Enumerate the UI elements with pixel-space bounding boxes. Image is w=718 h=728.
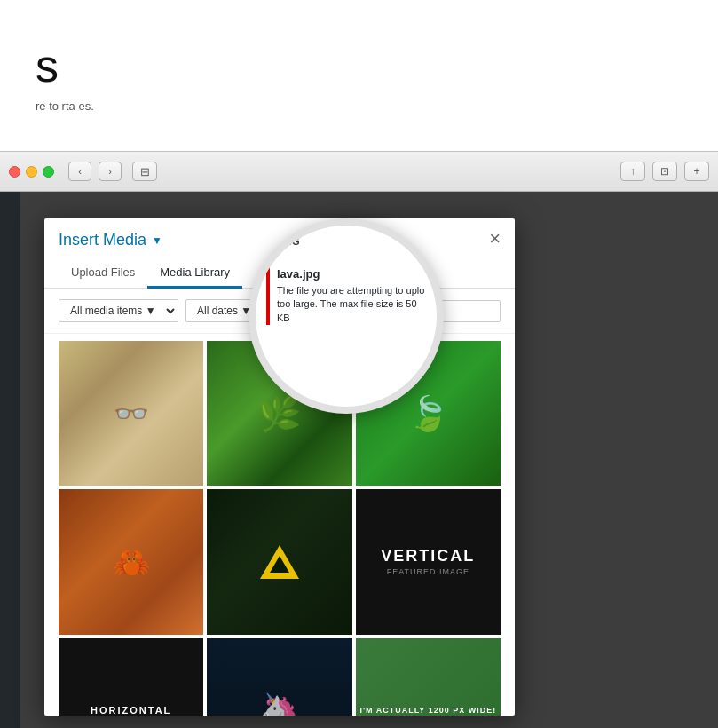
list-item[interactable]: I'M ACTUALLY 1200 PX WIDE! bbox=[356, 638, 501, 716]
browser-forward-button[interactable]: › bbox=[99, 162, 122, 181]
sidebar-icon: ⊟ bbox=[140, 165, 150, 178]
tab-media-library[interactable]: Media Library bbox=[147, 258, 242, 289]
top-section: s re to rta es. bbox=[0, 0, 718, 151]
list-item[interactable] bbox=[207, 489, 351, 634]
traffic-lights bbox=[9, 166, 54, 178]
browser-fullscreen-button[interactable]: ⊡ bbox=[652, 162, 677, 181]
wide-label: I'M ACTUALLY 1200 PX WIDE! bbox=[359, 706, 496, 715]
browser-share-button[interactable]: ↑ bbox=[620, 162, 645, 181]
horizontal-label: HORIZONTAL bbox=[91, 705, 171, 716]
media-thumbnail-glasses bbox=[59, 341, 203, 486]
filter-media-select[interactable]: All media items ▼ bbox=[59, 299, 178, 322]
close-window-button[interactable] bbox=[9, 166, 20, 178]
zoom-magnifier: ADING UP lava.jpg The file you are attem… bbox=[249, 218, 444, 414]
modal-title-text: Insert Media bbox=[59, 231, 146, 249]
modal-title: Insert Media ▼ bbox=[59, 231, 162, 249]
modal-title-arrow-icon[interactable]: ▼ bbox=[152, 234, 162, 247]
page-subtext: re to rta es. bbox=[36, 99, 682, 113]
zoom-upload-label: UP bbox=[266, 252, 426, 262]
maximize-window-button[interactable] bbox=[43, 166, 54, 178]
newtab-icon: + bbox=[693, 165, 699, 178]
tab-upload-files[interactable]: Upload Files bbox=[59, 258, 147, 289]
list-item[interactable]: HORIZONTAL bbox=[59, 638, 203, 716]
vertical-sublabel: FEATURED IMAGE bbox=[387, 567, 469, 576]
browser-newtab-button[interactable]: + bbox=[684, 162, 709, 181]
browser-chrome: ‹ › ⊟ ↑ ⊡ + bbox=[0, 151, 718, 192]
minimize-window-button[interactable] bbox=[26, 166, 37, 178]
media-thumbnail-unicorn bbox=[207, 638, 351, 716]
page-heading: s bbox=[36, 39, 682, 92]
modal-close-button[interactable]: × bbox=[489, 229, 501, 249]
zoom-file-name: lava.jpg bbox=[277, 267, 426, 281]
media-thumbnail-horizontal: HORIZONTAL bbox=[59, 638, 203, 716]
content-area: Insert Media ▼ × Upload Files Media Libr… bbox=[0, 192, 718, 728]
media-thumbnail-wide: I'M ACTUALLY 1200 PX WIDE! bbox=[356, 638, 501, 716]
list-item[interactable] bbox=[59, 341, 203, 486]
list-item[interactable] bbox=[207, 638, 351, 716]
list-item[interactable]: VERTICAL FEATURED IMAGE bbox=[356, 489, 501, 634]
zoom-content: ADING UP lava.jpg The file you are attem… bbox=[256, 226, 437, 407]
zoom-error-text-line2: too large. The max file size is 50 KB bbox=[277, 297, 426, 325]
wp-admin-sidebar bbox=[0, 192, 20, 728]
media-thumbnail-vertical: VERTICAL FEATURED IMAGE bbox=[356, 489, 501, 634]
zoom-upload-item: lava.jpg The file you are attempting to … bbox=[266, 267, 426, 325]
browser-sidebar-button[interactable]: ⊟ bbox=[132, 162, 157, 181]
zoom-error-text: The file you are attempting to uplo bbox=[277, 284, 426, 297]
zoom-upload-content: lava.jpg The file you are attempting to … bbox=[277, 267, 426, 325]
media-thumbnail-triforce bbox=[207, 489, 351, 634]
zoom-header: ADING bbox=[266, 236, 426, 247]
list-item[interactable] bbox=[59, 489, 203, 634]
triforce-icon bbox=[260, 545, 299, 579]
browser-back-button[interactable]: ‹ bbox=[68, 162, 91, 181]
media-thumbnail-orange bbox=[59, 489, 203, 634]
media-grid: VERTICAL FEATURED IMAGE HORIZONTAL I'M A… bbox=[44, 334, 515, 716]
share-icon: ↑ bbox=[630, 165, 635, 178]
vertical-label: VERTICAL bbox=[381, 547, 475, 566]
fullscreen-icon: ⊡ bbox=[660, 165, 669, 178]
